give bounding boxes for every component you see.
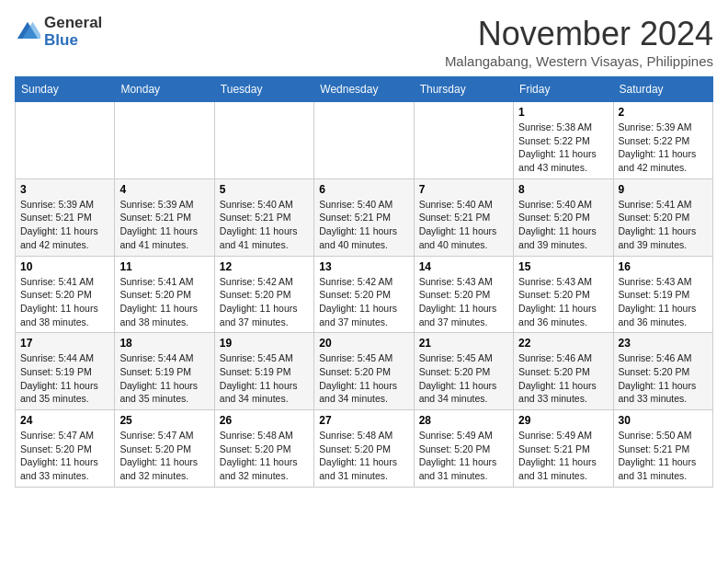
calendar-day-cell: 13Sunrise: 5:42 AM Sunset: 5:20 PM Dayli…: [314, 256, 414, 333]
calendar-day-cell: 3Sunrise: 5:39 AM Sunset: 5:21 PM Daylig…: [16, 178, 115, 256]
day-number: 18: [119, 337, 209, 350]
day-info: Sunrise: 5:40 AM Sunset: 5:20 PM Dayligh…: [518, 198, 608, 252]
day-info: Sunrise: 5:48 AM Sunset: 5:20 PM Dayligh…: [220, 429, 309, 483]
day-info: Sunrise: 5:39 AM Sunset: 5:21 PM Dayligh…: [119, 198, 209, 252]
calendar-day-cell: 27Sunrise: 5:48 AM Sunset: 5:20 PM Dayli…: [314, 410, 414, 488]
day-info: Sunrise: 5:40 AM Sunset: 5:21 PM Dayligh…: [319, 198, 408, 252]
day-of-week-header: Thursday: [414, 77, 513, 102]
day-number: 8: [518, 183, 608, 196]
calendar-day-cell: [414, 102, 513, 179]
day-number: 13: [319, 260, 408, 273]
calendar-day-cell: [214, 102, 313, 179]
day-of-week-header: Tuesday: [214, 77, 313, 102]
day-info: Sunrise: 5:43 AM Sunset: 5:19 PM Dayligh…: [619, 275, 708, 329]
day-info: Sunrise: 5:48 AM Sunset: 5:20 PM Dayligh…: [319, 429, 408, 483]
calendar-day-cell: 8Sunrise: 5:40 AM Sunset: 5:20 PM Daylig…: [514, 178, 613, 256]
day-number: 7: [419, 183, 508, 196]
day-number: 12: [220, 260, 309, 273]
day-number: 17: [20, 337, 109, 350]
day-info: Sunrise: 5:46 AM Sunset: 5:20 PM Dayligh…: [619, 351, 708, 406]
calendar-day-cell: 9Sunrise: 5:41 AM Sunset: 5:20 PM Daylig…: [613, 178, 712, 256]
day-number: 10: [20, 260, 109, 273]
calendar-day-cell: 29Sunrise: 5:49 AM Sunset: 5:21 PM Dayli…: [514, 410, 613, 488]
day-info: Sunrise: 5:39 AM Sunset: 5:21 PM Dayligh…: [20, 198, 109, 252]
calendar-day-cell: 19Sunrise: 5:45 AM Sunset: 5:19 PM Dayli…: [214, 333, 313, 410]
day-of-week-header: Friday: [514, 77, 613, 102]
calendar-day-cell: 6Sunrise: 5:40 AM Sunset: 5:21 PM Daylig…: [314, 178, 414, 256]
day-number: 14: [419, 260, 508, 273]
calendar-day-cell: 22Sunrise: 5:46 AM Sunset: 5:20 PM Dayli…: [514, 333, 613, 410]
day-info: Sunrise: 5:40 AM Sunset: 5:21 PM Dayligh…: [220, 198, 309, 252]
day-number: 27: [319, 414, 408, 427]
day-number: 11: [119, 260, 209, 273]
day-number: 28: [419, 414, 508, 427]
day-info: Sunrise: 5:42 AM Sunset: 5:20 PM Dayligh…: [319, 275, 408, 329]
calendar-day-cell: 28Sunrise: 5:49 AM Sunset: 5:20 PM Dayli…: [414, 410, 513, 488]
calendar-day-cell: [16, 102, 115, 179]
calendar-day-cell: [314, 102, 414, 179]
day-info: Sunrise: 5:38 AM Sunset: 5:22 PM Dayligh…: [518, 121, 608, 175]
page-header: General Blue November 2024 Malangabang, …: [15, 15, 713, 69]
calendar-day-cell: 30Sunrise: 5:50 AM Sunset: 5:21 PM Dayli…: [613, 410, 712, 488]
day-info: Sunrise: 5:49 AM Sunset: 5:20 PM Dayligh…: [419, 429, 508, 483]
calendar-header-row: SundayMondayTuesdayWednesdayThursdayFrid…: [16, 77, 713, 102]
day-number: 30: [619, 414, 708, 427]
day-number: 25: [119, 414, 209, 427]
calendar-day-cell: 14Sunrise: 5:43 AM Sunset: 5:20 PM Dayli…: [414, 256, 513, 333]
day-info: Sunrise: 5:39 AM Sunset: 5:22 PM Dayligh…: [619, 121, 708, 175]
day-info: Sunrise: 5:41 AM Sunset: 5:20 PM Dayligh…: [20, 275, 109, 329]
day-info: Sunrise: 5:43 AM Sunset: 5:20 PM Dayligh…: [518, 275, 608, 329]
day-info: Sunrise: 5:41 AM Sunset: 5:20 PM Dayligh…: [619, 198, 708, 252]
calendar-day-cell: 23Sunrise: 5:46 AM Sunset: 5:20 PM Dayli…: [613, 333, 712, 410]
calendar-day-cell: 26Sunrise: 5:48 AM Sunset: 5:20 PM Dayli…: [214, 410, 313, 488]
location: Malangabang, Western Visayas, Philippine…: [445, 53, 713, 69]
calendar-week-row: 3Sunrise: 5:39 AM Sunset: 5:21 PM Daylig…: [16, 178, 713, 256]
day-info: Sunrise: 5:43 AM Sunset: 5:20 PM Dayligh…: [419, 275, 508, 329]
day-info: Sunrise: 5:45 AM Sunset: 5:19 PM Dayligh…: [220, 351, 309, 406]
day-info: Sunrise: 5:40 AM Sunset: 5:21 PM Dayligh…: [419, 198, 508, 252]
calendar-day-cell: 18Sunrise: 5:44 AM Sunset: 5:19 PM Dayli…: [115, 333, 214, 410]
logo-text: General Blue: [44, 15, 102, 49]
calendar-day-cell: 12Sunrise: 5:42 AM Sunset: 5:20 PM Dayli…: [214, 256, 313, 333]
day-of-week-header: Monday: [115, 77, 214, 102]
logo-general: General: [44, 15, 102, 32]
day-number: 4: [119, 183, 209, 196]
day-number: 6: [319, 183, 408, 196]
calendar-week-row: 24Sunrise: 5:47 AM Sunset: 5:20 PM Dayli…: [16, 410, 713, 488]
day-info: Sunrise: 5:41 AM Sunset: 5:20 PM Dayligh…: [119, 275, 209, 329]
day-info: Sunrise: 5:42 AM Sunset: 5:20 PM Dayligh…: [220, 275, 309, 329]
logo-blue: Blue: [44, 32, 102, 50]
day-info: Sunrise: 5:44 AM Sunset: 5:19 PM Dayligh…: [119, 351, 209, 406]
calendar-day-cell: 20Sunrise: 5:45 AM Sunset: 5:20 PM Dayli…: [314, 333, 414, 410]
day-of-week-header: Wednesday: [314, 77, 414, 102]
calendar-day-cell: 10Sunrise: 5:41 AM Sunset: 5:20 PM Dayli…: [16, 256, 115, 333]
calendar-day-cell: 25Sunrise: 5:47 AM Sunset: 5:20 PM Dayli…: [115, 410, 214, 488]
day-number: 20: [319, 337, 408, 350]
day-info: Sunrise: 5:45 AM Sunset: 5:20 PM Dayligh…: [319, 351, 408, 406]
calendar-day-cell: 2Sunrise: 5:39 AM Sunset: 5:22 PM Daylig…: [613, 102, 712, 179]
day-number: 9: [619, 183, 708, 196]
calendar-day-cell: 7Sunrise: 5:40 AM Sunset: 5:21 PM Daylig…: [414, 178, 513, 256]
day-number: 29: [518, 414, 608, 427]
day-info: Sunrise: 5:50 AM Sunset: 5:21 PM Dayligh…: [619, 429, 708, 483]
calendar-week-row: 10Sunrise: 5:41 AM Sunset: 5:20 PM Dayli…: [16, 256, 713, 333]
day-info: Sunrise: 5:47 AM Sunset: 5:20 PM Dayligh…: [119, 429, 209, 483]
day-info: Sunrise: 5:45 AM Sunset: 5:20 PM Dayligh…: [419, 351, 508, 406]
day-number: 2: [619, 106, 708, 119]
calendar-day-cell: [115, 102, 214, 179]
calendar-day-cell: 5Sunrise: 5:40 AM Sunset: 5:21 PM Daylig…: [214, 178, 313, 256]
day-number: 26: [220, 414, 309, 427]
month-title: November 2024: [445, 15, 713, 53]
day-info: Sunrise: 5:46 AM Sunset: 5:20 PM Dayligh…: [518, 351, 608, 406]
calendar-day-cell: 16Sunrise: 5:43 AM Sunset: 5:19 PM Dayli…: [613, 256, 712, 333]
calendar-day-cell: 21Sunrise: 5:45 AM Sunset: 5:20 PM Dayli…: [414, 333, 513, 410]
calendar-table: SundayMondayTuesdayWednesdayThursdayFrid…: [15, 76, 713, 488]
day-info: Sunrise: 5:49 AM Sunset: 5:21 PM Dayligh…: [518, 429, 608, 483]
day-of-week-header: Saturday: [613, 77, 712, 102]
day-of-week-header: Sunday: [16, 77, 115, 102]
day-number: 23: [619, 337, 708, 350]
calendar-week-row: 17Sunrise: 5:44 AM Sunset: 5:19 PM Dayli…: [16, 333, 713, 410]
logo: General Blue: [15, 15, 102, 49]
title-area: November 2024 Malangabang, Western Visay…: [445, 15, 713, 69]
day-info: Sunrise: 5:47 AM Sunset: 5:20 PM Dayligh…: [20, 429, 109, 483]
